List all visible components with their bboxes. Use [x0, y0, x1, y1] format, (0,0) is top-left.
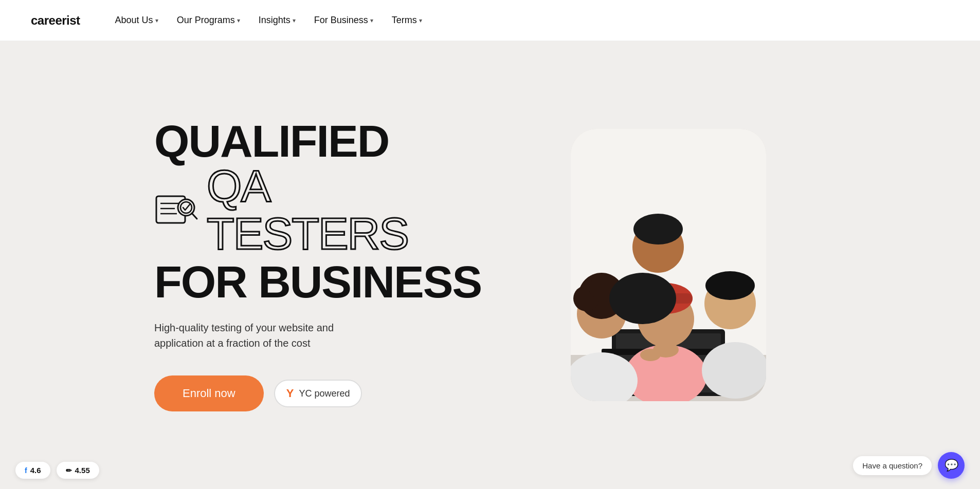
- facebook-rating-badge: f 4.6: [15, 462, 50, 479]
- chat-icon: 💬: [945, 459, 958, 472]
- hero-title-line3: TESTERS: [207, 211, 408, 256]
- yc-logo: Y: [286, 387, 294, 400]
- hero-title-qa-testers: QA TESTERS: [207, 164, 408, 256]
- pencil-rating-value: 4.55: [75, 466, 90, 475]
- hero-image: [571, 129, 766, 401]
- nav-link-about[interactable]: About Us ▾: [115, 15, 158, 26]
- nav-link-programs[interactable]: Our Programs ▾: [177, 15, 240, 26]
- chat-button[interactable]: 💬: [938, 452, 965, 479]
- hero-people-illustration: [571, 129, 766, 401]
- hero-title-line1: QUALIFIED: [154, 119, 530, 164]
- navbar: careerist About Us ▾ Our Programs ▾ Insi…: [0, 0, 980, 41]
- svg-line-6: [192, 213, 197, 219]
- facebook-rating-value: 4.6: [30, 466, 41, 475]
- hero-title: QUALIFIED: [154, 119, 530, 305]
- nav-item-business[interactable]: For Business ▾: [314, 15, 373, 26]
- hero-title-line2-wrapper: QA TESTERS: [154, 164, 530, 256]
- chevron-down-icon: ▾: [155, 17, 158, 24]
- hero-content: QUALIFIED: [154, 119, 530, 411]
- hero-title-line4: FOR BUSINESS: [154, 259, 530, 305]
- chevron-down-icon: ▾: [293, 17, 296, 24]
- nav-item-about[interactable]: About Us ▾: [115, 15, 158, 26]
- nav-link-business[interactable]: For Business ▾: [314, 15, 373, 26]
- svg-point-29: [705, 271, 755, 300]
- nav-link-terms[interactable]: Terms ▾: [392, 15, 422, 26]
- yc-badge: Y YC powered: [274, 380, 362, 407]
- hero-description: High-quality testing of your website and…: [154, 320, 370, 351]
- chevron-down-icon: ▾: [237, 17, 240, 24]
- pencil-rating-badge: ✏ 4.55: [57, 462, 99, 479]
- hero-actions: Enroll now Y YC powered: [154, 375, 530, 411]
- nav-link-insights[interactable]: Insights ▾: [259, 15, 296, 26]
- svg-point-26: [633, 214, 683, 244]
- edit-icon: ✏: [66, 466, 72, 475]
- nav-item-insights[interactable]: Insights ▾: [259, 15, 296, 26]
- logo[interactable]: careerist: [31, 13, 80, 28]
- enroll-button[interactable]: Enroll now: [154, 375, 264, 411]
- facebook-icon: f: [25, 466, 27, 475]
- chevron-down-icon: ▾: [419, 17, 422, 24]
- yc-label: YC powered: [299, 388, 350, 399]
- svg-point-24: [609, 273, 676, 324]
- chat-question-label: Have a question?: [853, 456, 932, 475]
- nav-item-programs[interactable]: Our Programs ▾: [177, 15, 240, 26]
- svg-point-31: [640, 349, 661, 361]
- nav-item-terms[interactable]: Terms ▾: [392, 15, 422, 26]
- rating-badges: f 4.6 ✏ 4.55: [15, 462, 99, 479]
- hero-title-line2: QA: [207, 164, 408, 209]
- nav-links: About Us ▾ Our Programs ▾ Insights ▾ For…: [115, 15, 422, 26]
- qa-icon: [154, 192, 201, 228]
- chevron-down-icon: ▾: [370, 17, 373, 24]
- chat-widget: Have a question? 💬: [853, 452, 965, 479]
- svg-point-27: [702, 342, 766, 399]
- hero-section: QUALIFIED: [0, 41, 980, 489]
